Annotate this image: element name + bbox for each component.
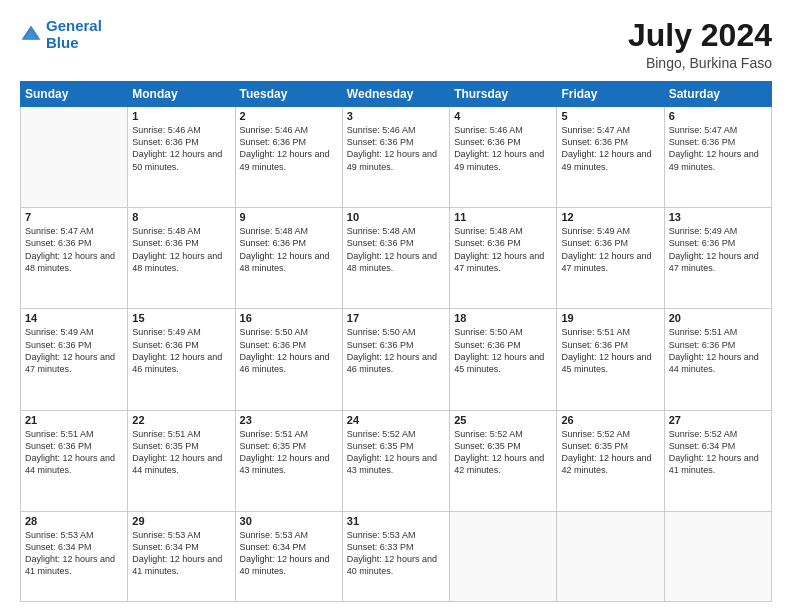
month-year: July 2024	[628, 18, 772, 53]
cell-info: Sunrise: 5:49 AM Sunset: 6:36 PM Dayligh…	[561, 225, 659, 274]
title-block: July 2024 Bingo, Burkina Faso	[628, 18, 772, 71]
cell-info: Sunrise: 5:47 AM Sunset: 6:36 PM Dayligh…	[561, 124, 659, 173]
day-number: 18	[454, 312, 552, 324]
day-number: 28	[25, 515, 123, 527]
calendar-cell: 20Sunrise: 5:51 AM Sunset: 6:36 PM Dayli…	[664, 309, 771, 410]
cell-info: Sunrise: 5:53 AM Sunset: 6:34 PM Dayligh…	[240, 529, 338, 578]
calendar-cell: 10Sunrise: 5:48 AM Sunset: 6:36 PM Dayli…	[342, 208, 449, 309]
cell-info: Sunrise: 5:51 AM Sunset: 6:36 PM Dayligh…	[561, 326, 659, 375]
cell-info: Sunrise: 5:52 AM Sunset: 6:35 PM Dayligh…	[347, 428, 445, 477]
col-header-monday: Monday	[128, 82, 235, 107]
cell-info: Sunrise: 5:53 AM Sunset: 6:34 PM Dayligh…	[25, 529, 123, 578]
day-number: 29	[132, 515, 230, 527]
calendar-cell: 25Sunrise: 5:52 AM Sunset: 6:35 PM Dayli…	[450, 410, 557, 511]
cell-info: Sunrise: 5:50 AM Sunset: 6:36 PM Dayligh…	[454, 326, 552, 375]
cell-info: Sunrise: 5:47 AM Sunset: 6:36 PM Dayligh…	[669, 124, 767, 173]
day-number: 3	[347, 110, 445, 122]
calendar-cell: 2Sunrise: 5:46 AM Sunset: 6:36 PM Daylig…	[235, 107, 342, 208]
cell-info: Sunrise: 5:46 AM Sunset: 6:36 PM Dayligh…	[132, 124, 230, 173]
calendar-cell: 17Sunrise: 5:50 AM Sunset: 6:36 PM Dayli…	[342, 309, 449, 410]
cell-info: Sunrise: 5:46 AM Sunset: 6:36 PM Dayligh…	[454, 124, 552, 173]
cell-info: Sunrise: 5:52 AM Sunset: 6:35 PM Dayligh…	[454, 428, 552, 477]
calendar-header-row: SundayMondayTuesdayWednesdayThursdayFrid…	[21, 82, 772, 107]
week-row-2: 7Sunrise: 5:47 AM Sunset: 6:36 PM Daylig…	[21, 208, 772, 309]
cell-info: Sunrise: 5:47 AM Sunset: 6:36 PM Dayligh…	[25, 225, 123, 274]
calendar-cell	[450, 511, 557, 601]
day-number: 19	[561, 312, 659, 324]
week-row-5: 28Sunrise: 5:53 AM Sunset: 6:34 PM Dayli…	[21, 511, 772, 601]
day-number: 30	[240, 515, 338, 527]
calendar-cell: 21Sunrise: 5:51 AM Sunset: 6:36 PM Dayli…	[21, 410, 128, 511]
col-header-sunday: Sunday	[21, 82, 128, 107]
calendar-cell: 18Sunrise: 5:50 AM Sunset: 6:36 PM Dayli…	[450, 309, 557, 410]
day-number: 8	[132, 211, 230, 223]
day-number: 16	[240, 312, 338, 324]
day-number: 21	[25, 414, 123, 426]
calendar-cell: 3Sunrise: 5:46 AM Sunset: 6:36 PM Daylig…	[342, 107, 449, 208]
day-number: 27	[669, 414, 767, 426]
cell-info: Sunrise: 5:46 AM Sunset: 6:36 PM Dayligh…	[240, 124, 338, 173]
day-number: 17	[347, 312, 445, 324]
cell-info: Sunrise: 5:49 AM Sunset: 6:36 PM Dayligh…	[669, 225, 767, 274]
calendar-cell: 6Sunrise: 5:47 AM Sunset: 6:36 PM Daylig…	[664, 107, 771, 208]
calendar-cell: 5Sunrise: 5:47 AM Sunset: 6:36 PM Daylig…	[557, 107, 664, 208]
cell-info: Sunrise: 5:50 AM Sunset: 6:36 PM Dayligh…	[240, 326, 338, 375]
day-number: 4	[454, 110, 552, 122]
calendar-cell: 29Sunrise: 5:53 AM Sunset: 6:34 PM Dayli…	[128, 511, 235, 601]
logo: General Blue	[20, 18, 102, 51]
day-number: 9	[240, 211, 338, 223]
col-header-wednesday: Wednesday	[342, 82, 449, 107]
day-number: 22	[132, 414, 230, 426]
cell-info: Sunrise: 5:49 AM Sunset: 6:36 PM Dayligh…	[25, 326, 123, 375]
calendar-cell: 14Sunrise: 5:49 AM Sunset: 6:36 PM Dayli…	[21, 309, 128, 410]
cell-info: Sunrise: 5:46 AM Sunset: 6:36 PM Dayligh…	[347, 124, 445, 173]
day-number: 2	[240, 110, 338, 122]
day-number: 23	[240, 414, 338, 426]
calendar-cell: 27Sunrise: 5:52 AM Sunset: 6:34 PM Dayli…	[664, 410, 771, 511]
page: General Blue July 2024 Bingo, Burkina Fa…	[0, 0, 792, 612]
calendar-cell: 30Sunrise: 5:53 AM Sunset: 6:34 PM Dayli…	[235, 511, 342, 601]
day-number: 1	[132, 110, 230, 122]
cell-info: Sunrise: 5:52 AM Sunset: 6:34 PM Dayligh…	[669, 428, 767, 477]
day-number: 7	[25, 211, 123, 223]
day-number: 14	[25, 312, 123, 324]
cell-info: Sunrise: 5:51 AM Sunset: 6:36 PM Dayligh…	[25, 428, 123, 477]
day-number: 24	[347, 414, 445, 426]
calendar-cell: 19Sunrise: 5:51 AM Sunset: 6:36 PM Dayli…	[557, 309, 664, 410]
calendar-cell	[21, 107, 128, 208]
calendar-cell: 7Sunrise: 5:47 AM Sunset: 6:36 PM Daylig…	[21, 208, 128, 309]
calendar-cell: 4Sunrise: 5:46 AM Sunset: 6:36 PM Daylig…	[450, 107, 557, 208]
calendar-cell: 23Sunrise: 5:51 AM Sunset: 6:35 PM Dayli…	[235, 410, 342, 511]
calendar-cell: 24Sunrise: 5:52 AM Sunset: 6:35 PM Dayli…	[342, 410, 449, 511]
cell-info: Sunrise: 5:52 AM Sunset: 6:35 PM Dayligh…	[561, 428, 659, 477]
cell-info: Sunrise: 5:49 AM Sunset: 6:36 PM Dayligh…	[132, 326, 230, 375]
calendar-cell	[664, 511, 771, 601]
day-number: 26	[561, 414, 659, 426]
col-header-tuesday: Tuesday	[235, 82, 342, 107]
calendar-cell: 8Sunrise: 5:48 AM Sunset: 6:36 PM Daylig…	[128, 208, 235, 309]
day-number: 15	[132, 312, 230, 324]
cell-info: Sunrise: 5:48 AM Sunset: 6:36 PM Dayligh…	[132, 225, 230, 274]
day-number: 6	[669, 110, 767, 122]
location: Bingo, Burkina Faso	[628, 55, 772, 71]
calendar-cell: 13Sunrise: 5:49 AM Sunset: 6:36 PM Dayli…	[664, 208, 771, 309]
col-header-thursday: Thursday	[450, 82, 557, 107]
calendar-cell: 12Sunrise: 5:49 AM Sunset: 6:36 PM Dayli…	[557, 208, 664, 309]
week-row-3: 14Sunrise: 5:49 AM Sunset: 6:36 PM Dayli…	[21, 309, 772, 410]
calendar-cell: 26Sunrise: 5:52 AM Sunset: 6:35 PM Dayli…	[557, 410, 664, 511]
day-number: 5	[561, 110, 659, 122]
logo-text: General Blue	[46, 18, 102, 51]
calendar-table: SundayMondayTuesdayWednesdayThursdayFrid…	[20, 81, 772, 602]
calendar-cell: 22Sunrise: 5:51 AM Sunset: 6:35 PM Dayli…	[128, 410, 235, 511]
cell-info: Sunrise: 5:48 AM Sunset: 6:36 PM Dayligh…	[240, 225, 338, 274]
cell-info: Sunrise: 5:53 AM Sunset: 6:34 PM Dayligh…	[132, 529, 230, 578]
cell-info: Sunrise: 5:51 AM Sunset: 6:35 PM Dayligh…	[240, 428, 338, 477]
day-number: 20	[669, 312, 767, 324]
week-row-1: 1Sunrise: 5:46 AM Sunset: 6:36 PM Daylig…	[21, 107, 772, 208]
header: General Blue July 2024 Bingo, Burkina Fa…	[20, 18, 772, 71]
calendar-cell: 1Sunrise: 5:46 AM Sunset: 6:36 PM Daylig…	[128, 107, 235, 208]
cell-info: Sunrise: 5:51 AM Sunset: 6:35 PM Dayligh…	[132, 428, 230, 477]
calendar-cell: 28Sunrise: 5:53 AM Sunset: 6:34 PM Dayli…	[21, 511, 128, 601]
cell-info: Sunrise: 5:50 AM Sunset: 6:36 PM Dayligh…	[347, 326, 445, 375]
day-number: 12	[561, 211, 659, 223]
